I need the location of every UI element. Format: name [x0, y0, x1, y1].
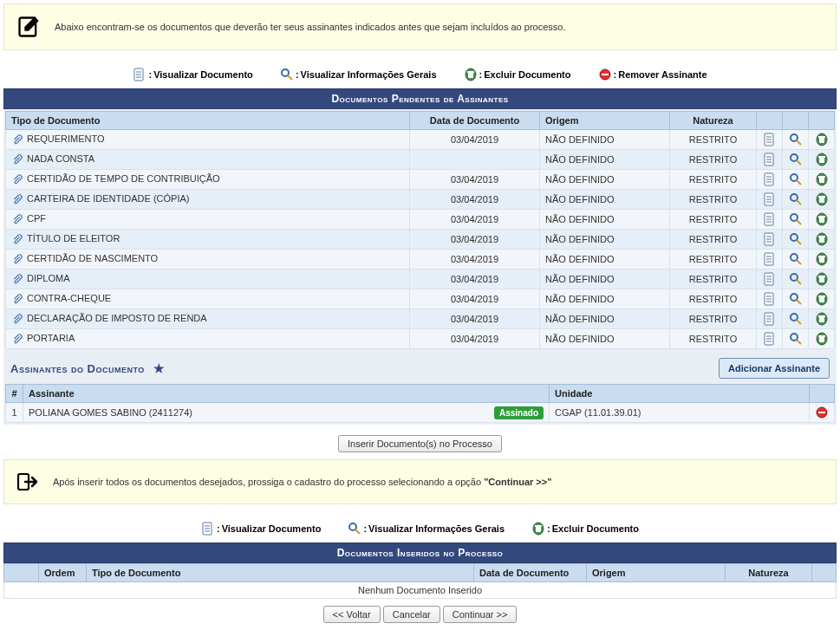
delete-doc-action[interactable]	[815, 192, 829, 206]
delete-doc-action[interactable]	[815, 332, 829, 346]
delete-doc-action[interactable]	[815, 212, 829, 226]
cell-tipo: TÍTULO DE ELEITOR	[6, 230, 410, 250]
legend-remove-signer: Remover Assinante	[618, 69, 707, 80]
view-doc-action[interactable]	[763, 153, 777, 166]
view-info-action[interactable]	[789, 252, 803, 266]
cell-natureza: RESTRITO	[670, 329, 757, 349]
add-signer-button[interactable]: Adicionar Assinante	[719, 358, 830, 379]
cell-num: 1	[6, 403, 23, 423]
signer-row: 1 POLIANA GOMES SABINO (2411274) Assinad…	[6, 403, 835, 423]
cell-origem: NÃO DEFINIDO	[540, 150, 670, 170]
cell-origem: NÃO DEFINIDO	[540, 250, 670, 270]
remove-signer-action[interactable]	[815, 406, 829, 419]
view-info-action[interactable]	[789, 332, 803, 346]
view-info-action[interactable]	[789, 172, 803, 186]
cell-origem: NÃO DEFINIDO	[540, 309, 670, 329]
delete-doc-action[interactable]	[815, 252, 829, 266]
inserted-docs-table: Ordem Tipo de Documento Data de Document…	[3, 563, 837, 599]
view-info-action[interactable]	[789, 272, 803, 286]
back-button[interactable]: << Voltar	[323, 606, 381, 623]
view-doc-action[interactable]	[763, 232, 777, 246]
cell-signer: POLIANA GOMES SABINO (2411274) Assinado	[23, 403, 550, 423]
continue-button[interactable]: Continuar >>	[443, 606, 518, 623]
col2-ordem: Ordem	[39, 564, 87, 582]
view-info-action[interactable]	[789, 192, 803, 206]
view-info-action[interactable]	[789, 232, 803, 246]
cell-natureza: RESTRITO	[670, 250, 757, 270]
document-icon	[201, 522, 215, 536]
view-doc-action[interactable]	[763, 272, 777, 286]
info-box-top: Abaixo encontram-se os documentos que de…	[3, 3, 837, 50]
view-info-action[interactable]	[789, 133, 803, 146]
delete-doc-action[interactable]	[815, 133, 829, 146]
info-text-bottom: Após inserir todos os documentos desejad…	[53, 477, 551, 487]
view-doc-action[interactable]	[763, 332, 777, 346]
cell-data: 03/04/2019	[410, 230, 540, 250]
cell-data	[410, 150, 540, 170]
table-row: NADA CONSTA NÃO DEFINIDO RESTRITO	[6, 150, 835, 170]
legend-bottom: : Visualizar Documento : Visualizar Info…	[3, 516, 837, 542]
cell-origem: NÃO DEFINIDO	[540, 230, 670, 250]
view-doc-action[interactable]	[763, 172, 777, 186]
view-doc-action[interactable]	[763, 212, 777, 226]
paperclip-icon	[11, 273, 23, 285]
cell-data: 03/04/2019	[410, 289, 540, 309]
delete-doc-action[interactable]	[815, 292, 829, 306]
table-row: CONTRA-CHEQUE 03/04/2019 NÃO DEFINIDO RE…	[6, 289, 835, 309]
info-text-top: Abaixo encontram-se os documentos que de…	[55, 22, 565, 32]
col-natureza: Natureza	[670, 112, 757, 130]
delete-doc-action[interactable]	[815, 272, 829, 286]
cell-tipo: CERTIDÃO DE TEMPO DE CONTRIBUIÇÃO	[6, 170, 410, 190]
cell-data: 03/04/2019	[410, 190, 540, 210]
signers-title-row: Assinantes do Documento ★ Adicionar Assi…	[5, 349, 835, 384]
cell-data: 03/04/2019	[410, 170, 540, 190]
signers-title: Assinantes do Documento	[10, 362, 145, 375]
cell-natureza: RESTRITO	[670, 289, 757, 309]
view-doc-action[interactable]	[763, 292, 777, 306]
paperclip-icon	[11, 153, 23, 166]
legend-view-info: Visualizar Informações Gerais	[301, 69, 437, 80]
delete-doc-action[interactable]	[815, 312, 829, 326]
insert-docs-button[interactable]: Inserir Documento(s) no Processo	[338, 435, 502, 452]
delete-doc-action[interactable]	[815, 153, 829, 166]
cell-unit: CGAP (11.01.39.01)	[550, 403, 810, 423]
view-doc-action[interactable]	[763, 192, 777, 206]
table-row: DECLARAÇÃO DE IMPOSTO DE RENDA 03/04/201…	[6, 309, 835, 329]
cell-data: 03/04/2019	[410, 329, 540, 349]
col-data: Data de Documento	[410, 112, 540, 130]
legend-top: : Visualizar Documento : Visualizar Info…	[3, 62, 837, 88]
view-info-action[interactable]	[789, 292, 803, 306]
section-pending-docs-header: Documentos Pendentes de Assinantes	[3, 88, 837, 109]
edit-icon	[16, 15, 41, 39]
cell-origem: NÃO DEFINIDO	[540, 190, 670, 210]
view-doc-action[interactable]	[763, 133, 777, 146]
table-row: CPF 03/04/2019 NÃO DEFINIDO RESTRITO	[6, 210, 835, 230]
cell-data: 03/04/2019	[410, 210, 540, 230]
col2-origem: Origem	[587, 564, 726, 582]
view-info-action[interactable]	[789, 212, 803, 226]
cell-origem: NÃO DEFINIDO	[540, 270, 670, 289]
table-row: REQUERIMENTO 03/04/2019 NÃO DEFINIDO RES…	[6, 130, 835, 150]
trash-icon	[464, 68, 478, 81]
search-icon	[280, 68, 294, 81]
view-info-action[interactable]	[789, 312, 803, 326]
delete-doc-action[interactable]	[815, 232, 829, 246]
info-box-bottom: Após inserir todos os documentos desejad…	[3, 459, 837, 504]
cell-tipo: CONTRA-CHEQUE	[6, 289, 410, 309]
paperclip-icon	[11, 313, 23, 325]
col2-data: Data de Documento	[474, 564, 587, 582]
cell-natureza: RESTRITO	[670, 230, 757, 250]
cell-origem: NÃO DEFINIDO	[540, 210, 670, 230]
view-doc-action[interactable]	[763, 312, 777, 326]
view-doc-action[interactable]	[763, 252, 777, 266]
cell-data: 03/04/2019	[410, 309, 540, 329]
cell-data: 03/04/2019	[410, 130, 540, 150]
cancel-button[interactable]: Cancelar	[383, 606, 440, 623]
view-info-action[interactable]	[789, 153, 803, 166]
document-icon	[133, 68, 147, 81]
paperclip-icon	[11, 253, 23, 265]
legend-view-doc: Visualizar Documento	[153, 69, 253, 80]
legend2-delete-doc: Excluir Documento	[552, 523, 639, 534]
delete-doc-action[interactable]	[815, 172, 829, 186]
cell-natureza: RESTRITO	[670, 130, 757, 150]
